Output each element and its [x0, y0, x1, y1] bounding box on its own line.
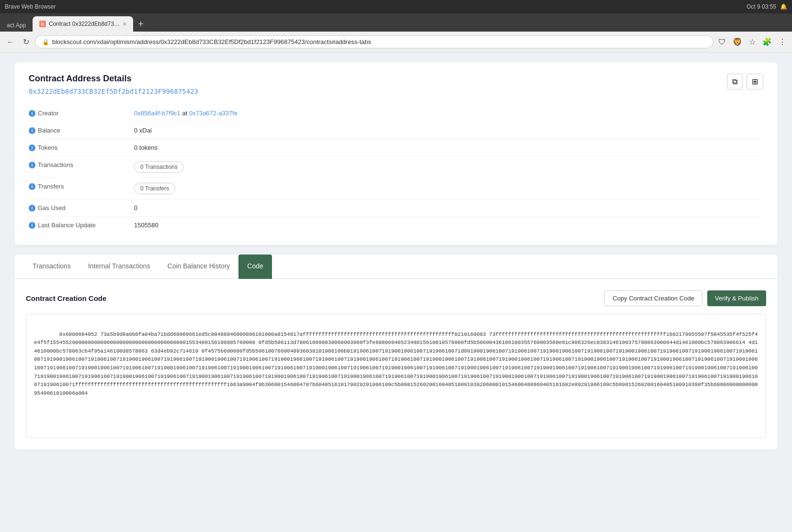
transfers-value: 0 Transfers — [134, 183, 763, 194]
card-title: Contract Address Details — [29, 74, 198, 84]
contract-address: 0x3222dEb8d733CB32Ef5Df2bd1f2123F9968754… — [29, 88, 198, 95]
creator-label: i Creator — [29, 110, 134, 117]
contract-details-card: Contract Address Details 0x3222dEb8d733C… — [14, 62, 778, 245]
transfers-info-icon: i — [29, 183, 35, 190]
balance-value: 0 xDai — [134, 127, 763, 134]
transactions-badge[interactable]: 0 Transactions — [134, 161, 184, 173]
code-section-header: Contract Creation Code Copy Contract Cre… — [26, 290, 766, 306]
gas-info-icon: i — [29, 205, 35, 211]
browser-title: Brave Web Browser — [5, 3, 56, 10]
address-bar[interactable]: 🔒 blockscout.com/xdai/optimism/address/0… — [35, 35, 713, 48]
new-tab-button[interactable]: + — [133, 17, 148, 32]
gas-used-label: i Gas Used — [29, 204, 134, 211]
gas-used-row: i Gas Used 0 — [29, 200, 763, 217]
last-balance-label: i Last Balance Update — [29, 222, 134, 229]
tabs-card: Transactions Internal Transactions Coin … — [14, 255, 778, 450]
last-balance-value: 1505580 — [134, 222, 763, 229]
transactions-info-icon: i — [29, 162, 35, 168]
tab-code[interactable]: Code — [238, 255, 272, 279]
creator-value: 0x856a4f-b7f9c1 at 0x73a672-a337fe — [134, 110, 763, 117]
browser-title-bar: Brave Web Browser Oct 9 03:55 🔔 — [0, 0, 792, 13]
tab-transactions[interactable]: Transactions — [24, 255, 79, 279]
code-section-buttons: Copy Contract Creation Code Verify & Pub… — [604, 290, 766, 306]
card-actions: ⧉ ⊞ — [727, 74, 763, 89]
code-section-title: Contract Creation Code — [26, 294, 106, 302]
copy-address-button[interactable]: ⧉ — [727, 74, 743, 89]
gas-used-value: 0 — [134, 204, 763, 211]
tab-bar: act App B Contract 0x3222dEb8d73… × + — [0, 13, 792, 32]
close-tab-button[interactable]: × — [123, 20, 126, 28]
transactions-label: i Transactions — [29, 161, 134, 168]
tab-coin-balance-history[interactable]: Coin Balance History — [159, 255, 239, 279]
code-block[interactable]: 0x6080604052 73a5b9d8a0b0fa04ba71bdd6806… — [26, 314, 766, 438]
settings-button[interactable]: ⋮ — [777, 35, 788, 48]
copy-contract-code-button[interactable]: Copy Contract Creation Code — [604, 290, 702, 306]
bookmark-button[interactable]: ☆ — [747, 35, 758, 48]
transactions-row: i Transactions 0 Transactions — [29, 156, 763, 178]
inactive-tab-label: act App — [7, 22, 26, 29]
title-bar-left: Brave Web Browser — [5, 3, 56, 10]
active-tab[interactable]: B Contract 0x3222dEb8d73… × — [33, 16, 133, 32]
notification-icon: 🔔 — [780, 3, 787, 10]
url-text: blockscout.com/xdai/optimism/address/0x3… — [52, 38, 706, 45]
last-balance-row: i Last Balance Update 1505580 — [29, 217, 763, 233]
lock-icon: 🔒 — [42, 39, 49, 45]
tabs-header: Transactions Internal Transactions Coin … — [14, 255, 778, 279]
transfers-row: i Transfers 0 Transfers — [29, 178, 763, 200]
extensions-button[interactable]: 🧩 — [760, 35, 774, 48]
active-tab-label: Contract 0x3222dEb8d73… — [49, 21, 120, 27]
creator-row: i Creator 0x856a4f-b7f9c1 at 0x73a672-a3… — [29, 105, 763, 122]
inactive-tab[interactable]: act App — [0, 19, 33, 32]
code-content: 0x6080604052 73a5b9d8a0b0fa04ba71bdd6806… — [34, 332, 758, 396]
brave-shield-button[interactable]: 🛡 — [716, 36, 728, 48]
tokens-row: i Tokens 0 tokens — [29, 139, 763, 156]
verify-publish-button[interactable]: Verify & Publish — [707, 290, 766, 306]
transfers-badge[interactable]: 0 Transfers — [134, 183, 175, 194]
creator-address-link[interactable]: 0x856a4f-b7f9c1 — [134, 110, 181, 117]
tokens-label: i Tokens — [29, 144, 134, 151]
creator-at: at — [182, 110, 189, 117]
back-button[interactable]: ← — [4, 36, 17, 48]
nav-bar-right: 🛡 🦁 ☆ 🧩 ⋮ — [716, 35, 788, 48]
datetime: Oct 9 03:55 — [747, 3, 776, 10]
tokens-info-icon: i — [29, 144, 35, 151]
transactions-value: 0 Transactions — [134, 161, 763, 173]
page-content: Contract Address Details 0x3222dEb8d733C… — [0, 53, 792, 532]
transfers-label: i Transfers — [29, 183, 134, 190]
reload-button[interactable]: ↻ — [20, 35, 32, 48]
balance-label: i Balance — [29, 127, 134, 134]
balance-info-icon: i — [29, 127, 35, 134]
creator-info-icon: i — [29, 110, 35, 117]
tab-internal-transactions[interactable]: Internal Transactions — [79, 255, 159, 279]
balance-row: i Balance 0 xDai — [29, 122, 763, 139]
last-balance-info-icon: i — [29, 222, 35, 229]
tab-favicon: B — [39, 21, 46, 27]
brave-rewards-button[interactable]: 🦁 — [731, 35, 744, 48]
creator-tx-link[interactable]: 0x73a672-a337fe — [189, 110, 238, 117]
title-bar-right: Oct 9 03:55 🔔 — [747, 3, 787, 10]
nav-bar: ← ↻ 🔒 blockscout.com/xdai/optimism/addre… — [0, 32, 792, 53]
tab-content-code: Contract Creation Code Copy Contract Cre… — [14, 279, 778, 450]
tokens-value: 0 tokens — [134, 144, 763, 151]
qr-code-button[interactable]: ⊞ — [747, 74, 763, 89]
